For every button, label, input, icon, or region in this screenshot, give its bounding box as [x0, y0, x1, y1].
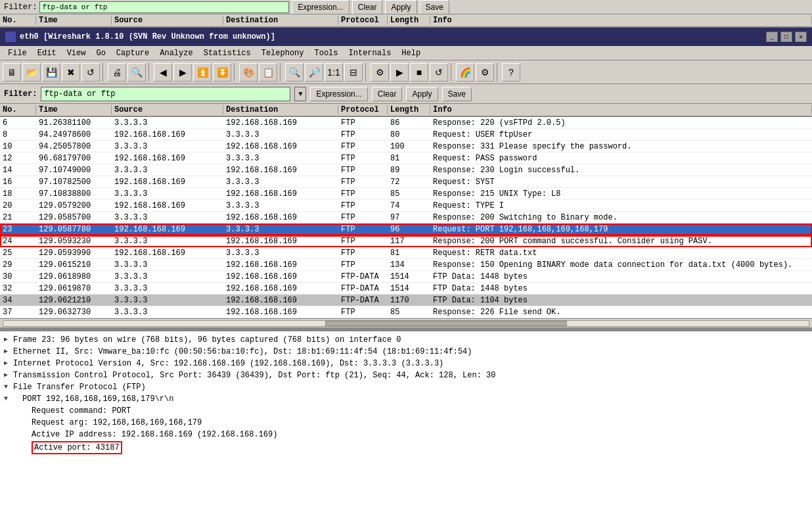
tb-stop-capture[interactable]: ■: [410, 63, 428, 82]
col-destination-header: Destination: [223, 16, 338, 25]
tree-collapsed-arrow[interactable]: ▶: [4, 358, 13, 369]
tree-collapsed-arrow[interactable]: ▶: [4, 346, 13, 357]
menu-capture[interactable]: Capture: [111, 47, 154, 59]
tb-resize-cols[interactable]: ⊟: [344, 63, 363, 82]
menu-file[interactable]: File: [3, 47, 32, 59]
packet-row[interactable]: 29129.06152103.3.3.3192.168.168.169FTP13…: [0, 259, 812, 271]
tree-collapsed-arrow[interactable]: ▶: [4, 335, 13, 345]
packet-row[interactable]: 34129.06212103.3.3.3192.168.168.169FTP-D…: [0, 295, 812, 306]
tb-zoom-out[interactable]: 🔎: [305, 63, 323, 82]
detail-tree-item[interactable]: ▼PORT 192,168,168,169,168,179\r\n: [4, 393, 808, 405]
tb-auto-scroll[interactable]: 📋: [259, 63, 277, 82]
packet-row[interactable]: 1296.68179700192.168.168.1693.3.3.3FTP81…: [0, 153, 812, 164]
tb-find[interactable]: 🔍: [127, 63, 146, 82]
tb-open[interactable]: 📂: [22, 63, 41, 82]
tb-go-first[interactable]: ⏫: [193, 63, 212, 82]
packet-row[interactable]: 37129.06327303.3.3.3192.168.168.169FTP85…: [0, 306, 812, 318]
tb-colorize-rules[interactable]: 🌈: [456, 63, 474, 82]
tb-pref[interactable]: ⚙: [476, 63, 494, 82]
top-expression-button[interactable]: Expression...: [292, 0, 349, 14]
packet-row[interactable]: 23129.0587780192.168.168.1693.3.3.3FTP96…: [0, 224, 812, 235]
filter-dropdown-button[interactable]: ▼: [294, 87, 306, 101]
detail-tree-item[interactable]: ▼File Transfer Protocol (FTP): [4, 381, 808, 393]
menu-analyze[interactable]: Analyze: [154, 47, 198, 59]
apply-button[interactable]: Apply: [406, 87, 438, 101]
packet-row[interactable]: 30129.06189803.3.3.3192.168.168.169FTP-D…: [0, 271, 812, 283]
menu-go[interactable]: Go: [91, 47, 110, 59]
detail-tree-item[interactable]: ▶Transmission Control Protocol, Src Port…: [4, 369, 808, 381]
top-filter-label: Filter:: [4, 3, 37, 12]
tb-reload[interactable]: ↺: [81, 63, 100, 82]
detail-tree-item[interactable]: ▶Frame 23: 96 bytes on wire (768 bits), …: [4, 334, 808, 346]
menu-help[interactable]: Help: [396, 47, 426, 59]
title-bar: eth0 [Wireshark 1.8.10 (SVN Rev Unknown …: [0, 28, 812, 46]
tb-print[interactable]: 🖨: [108, 63, 126, 82]
packet-row[interactable]: 1497.107490003.3.3.3192.168.168.169FTP89…: [0, 164, 812, 176]
packet-row[interactable]: 1897.108388003.3.3.3192.168.168.169FTP85…: [0, 188, 812, 200]
top-clear-button[interactable]: Clear: [352, 0, 383, 14]
tb-prev-packet[interactable]: ◀: [154, 63, 172, 82]
tb-sep7: [497, 63, 499, 82]
detail-tree-text: Transmission Control Protocol, Src Port:…: [13, 370, 808, 381]
scroll-thumb[interactable]: [325, 321, 567, 326]
menu-bar: File Edit View Go Capture Analyze Statis…: [0, 46, 812, 60]
tb-help[interactable]: ?: [502, 63, 520, 82]
detail-tree-text: Request command: PORT: [32, 406, 808, 416]
detail-tree-text: Request arg: 192,168,168,169,168,179: [32, 417, 808, 428]
clear-button[interactable]: Clear: [372, 87, 403, 101]
window-title: eth0 [Wireshark 1.8.10 (SVN Rev Unknown …: [20, 32, 275, 41]
tb-new-capture[interactable]: 🖥: [3, 63, 21, 82]
filter-bar: Filter: ▼ Expression... Clear Apply Save: [0, 84, 812, 104]
tree-collapsed-arrow[interactable]: ▶: [4, 370, 13, 381]
filter-input[interactable]: [41, 87, 290, 101]
horizontal-scrollbar[interactable]: [0, 318, 812, 327]
menu-statistics[interactable]: Statistics: [198, 47, 256, 59]
tb-zoom-in[interactable]: 🔍: [285, 63, 304, 82]
detail-tree-text: Internet Protocol Version 4, Src: 192.16…: [13, 358, 808, 369]
menu-internals[interactable]: Internals: [344, 47, 397, 59]
menu-tools[interactable]: Tools: [309, 47, 344, 59]
top-apply-button[interactable]: Apply: [385, 0, 417, 14]
packet-list-column-headers: No. Time Source Destination Protocol Len…: [0, 14, 812, 28]
col-destination: Destination: [223, 105, 338, 114]
tree-expanded-arrow[interactable]: ▼: [4, 382, 13, 392]
menu-telephony[interactable]: Telephony: [256, 47, 309, 59]
save-button[interactable]: Save: [442, 87, 472, 101]
tb-colorize[interactable]: 🎨: [239, 63, 258, 82]
maximize-button[interactable]: □: [780, 32, 792, 42]
packet-row[interactable]: 25129.0593990192.168.168.1693.3.3.3FTP81…: [0, 247, 812, 259]
expression-button[interactable]: Expression...: [310, 87, 367, 101]
detail-tree-item: Request command: PORT: [4, 405, 808, 417]
detail-tree-text: Ethernet II, Src: Vmware_ba:10:fc (00:50…: [13, 346, 808, 357]
packet-row[interactable]: 32129.06198703.3.3.3192.168.168.169FTP-D…: [0, 283, 812, 295]
packet-row[interactable]: 20129.0579200192.168.168.1693.3.3.3FTP74…: [0, 200, 812, 212]
col-length-header: Length: [388, 16, 430, 25]
tb-start-capture[interactable]: ▶: [390, 63, 409, 82]
menu-edit[interactable]: Edit: [32, 47, 62, 59]
col-time: Time: [36, 105, 112, 114]
menu-view[interactable]: View: [62, 47, 91, 59]
detail-tree-item[interactable]: ▶Internet Protocol Version 4, Src: 192.1…: [4, 358, 808, 369]
wireshark-icon: [5, 32, 16, 42]
packet-row[interactable]: 24129.05932303.3.3.3192.168.168.169FTP11…: [0, 235, 812, 247]
tree-expanded-arrow[interactable]: ▼: [4, 394, 13, 404]
packet-row[interactable]: 1697.10782500192.168.168.1693.3.3.3FTP72…: [0, 176, 812, 188]
detail-tree-item[interactable]: ▶Ethernet II, Src: Vmware_ba:10:fc (00:5…: [4, 346, 808, 358]
tb-go-last[interactable]: ⏬: [213, 63, 231, 82]
packet-row[interactable]: 691.263811003.3.3.3192.168.168.169FTP86R…: [0, 117, 812, 129]
close-button[interactable]: ✕: [795, 32, 807, 42]
packet-row[interactable]: 894.24978600192.168.168.1693.3.3.3FTP80R…: [0, 129, 812, 141]
col-no-header: No.: [0, 16, 36, 25]
tb-capture-options[interactable]: ⚙: [371, 63, 389, 82]
packet-row[interactable]: 21129.05857003.3.3.3192.168.168.169FTP97…: [0, 212, 812, 224]
scroll-track[interactable]: [3, 320, 809, 327]
tb-next-packet[interactable]: ▶: [173, 63, 192, 82]
tb-save[interactable]: 💾: [42, 63, 60, 82]
tb-zoom-normal[interactable]: 1:1: [325, 63, 343, 82]
packet-row[interactable]: 1094.250578003.3.3.3192.168.168.169FTP10…: [0, 141, 812, 153]
top-save-button[interactable]: Save: [420, 0, 449, 14]
tb-restart-capture[interactable]: ↺: [430, 63, 448, 82]
tb-close[interactable]: ✖: [62, 63, 80, 82]
minimize-button[interactable]: _: [766, 32, 778, 42]
top-filter-input[interactable]: [39, 1, 289, 13]
